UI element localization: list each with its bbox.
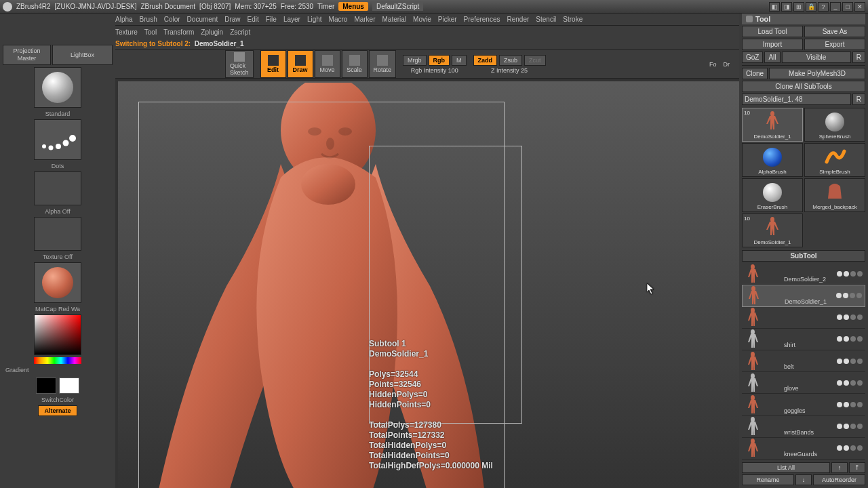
menu-file[interactable]: File (266, 16, 277, 23)
texture-swatch[interactable] (34, 217, 81, 251)
brush-swatch[interactable] (34, 67, 81, 108)
subtool-row[interactable]: glove (742, 372, 865, 394)
menu-preferences[interactable]: Preferences (464, 16, 500, 23)
hue-bar[interactable] (34, 357, 81, 364)
scale-mode-button[interactable]: Scale (342, 50, 368, 78)
menu-transform[interactable]: Transform (163, 28, 194, 36)
menu-color[interactable]: Color (164, 16, 180, 23)
menu-draw[interactable]: Draw (224, 16, 240, 23)
rgb-intensity[interactable]: Rgb Intensity 100 (408, 67, 461, 74)
tool-demosoldier-2[interactable]: 10 DemoSoldier_1 (742, 214, 803, 247)
save-as-button[interactable]: Save As (804, 26, 865, 37)
menu-light[interactable]: Light (307, 16, 322, 23)
tool-panel-header[interactable]: Tool (742, 14, 865, 24)
move-top-icon[interactable]: ⤒ (849, 462, 865, 473)
tool-spherebrush[interactable]: SphereBrush (804, 108, 865, 142)
material-swatch[interactable] (34, 262, 81, 303)
menu-document[interactable]: Document (187, 16, 218, 23)
rgb-button[interactable]: Rgb (429, 55, 450, 66)
autoreorder-button[interactable]: AutoReorder (813, 474, 865, 485)
goz-all-button[interactable]: All (764, 52, 780, 63)
color-picker[interactable] (34, 314, 81, 355)
projection-master-button[interactable]: Projection Master (3, 45, 51, 65)
clone-all-button[interactable]: Clone All SubTools (742, 81, 865, 92)
menu-render[interactable]: Render (507, 16, 530, 23)
zadd-button[interactable]: Zadd (473, 55, 498, 66)
lightbox-button[interactable]: LightBox (52, 45, 113, 65)
subtool-vis-icons[interactable] (837, 359, 863, 364)
menu-layer[interactable]: Layer (283, 16, 300, 23)
menu-marker[interactable]: Marker (354, 16, 375, 23)
rename-button[interactable]: Rename (742, 474, 794, 485)
move-down-icon[interactable]: ↓ (795, 474, 812, 485)
subtool-vis-icons[interactable] (837, 314, 863, 320)
quicksketch-button[interactable]: Quick Sketch (225, 50, 254, 78)
subtool-header[interactable]: SubTool (742, 250, 865, 262)
alpha-swatch[interactable] (34, 171, 81, 205)
export-button[interactable]: Export (804, 39, 865, 50)
subtool-vis-icons[interactable] (837, 402, 863, 407)
subtool-row[interactable]: DemoSoldier_2 (742, 263, 865, 285)
subtool-row[interactable]: shirt (742, 329, 865, 350)
tool-simplebrush[interactable]: SimpleBrush (804, 143, 865, 177)
edit-mode-button[interactable]: Edit (260, 50, 286, 78)
layout-buttons[interactable]: ◧◨⊞🔒?_□✕ (769, 2, 865, 12)
menu-stencil[interactable]: Stencil (536, 16, 556, 23)
draw-mode-button[interactable]: Draw (288, 50, 313, 78)
subtool-row[interactable]: kneeGuards (742, 438, 865, 460)
subtool-row[interactable]: belt (742, 350, 865, 372)
default-zscript[interactable]: DefaultZScript (372, 2, 423, 11)
m-button[interactable]: M (452, 55, 467, 66)
subtool-vis-icons[interactable] (837, 445, 863, 451)
menu-stroke[interactable]: Stroke (563, 16, 583, 23)
rotate-mode-button[interactable]: Rotate (369, 50, 397, 78)
list-all-button[interactable]: List All (742, 462, 830, 473)
subtool-row[interactable]: goggles (742, 394, 865, 415)
mrgb-button[interactable]: Mrgb (403, 55, 427, 66)
make-polymesh-button[interactable]: Make PolyMesh3D (769, 68, 865, 79)
stroke-swatch[interactable] (34, 119, 81, 160)
subtool-vis-icons[interactable] (837, 271, 863, 277)
menus-toggle[interactable]: Menus (338, 2, 368, 11)
current-tool[interactable]: DemoSoldier_1. 48 (742, 94, 851, 105)
menu-texture[interactable]: Texture (115, 28, 138, 36)
menu-zplugin[interactable]: Zplugin (201, 28, 223, 36)
menu-material[interactable]: Material (382, 16, 407, 23)
import-button[interactable]: Import (742, 39, 803, 50)
goz-r-button[interactable]: R (852, 52, 865, 63)
switch-color-swatches[interactable] (36, 378, 79, 394)
move-mode-button[interactable]: Move (315, 50, 340, 78)
drawsize-label[interactable]: Dr (721, 61, 733, 68)
tool-eraserbrush[interactable]: EraserBrush (742, 178, 803, 212)
subtool-vis-icons[interactable] (837, 336, 863, 342)
zsub-button[interactable]: Zsub (499, 55, 522, 66)
menu-macro[interactable]: Macro (329, 16, 348, 23)
tool-alphabrush[interactable]: AlphaBrush (742, 143, 803, 177)
move-up-icon[interactable]: ↑ (831, 462, 848, 473)
alternate-button[interactable]: Alternate (38, 405, 77, 416)
current-tool-r[interactable]: R (852, 94, 865, 105)
z-intensity[interactable]: Z Intensity 25 (488, 67, 530, 74)
zcut-button[interactable]: Zcut (524, 55, 546, 66)
clone-button[interactable]: Clone (742, 68, 768, 79)
menu-picker[interactable]: Picker (438, 16, 457, 23)
menu-tool[interactable]: Tool (144, 28, 157, 36)
menu-movie[interactable]: Movie (413, 16, 431, 23)
load-tool-button[interactable]: Load Tool (742, 26, 803, 37)
tool-merged-backpack[interactable]: Merged_backpack (804, 178, 865, 212)
subtool-vis-icons[interactable] (836, 293, 862, 298)
menu-zscript[interactable]: Zscript (230, 28, 250, 36)
subtool-vis-icons[interactable] (837, 424, 863, 429)
subtool-vis-icons[interactable] (837, 380, 863, 386)
subtool-row[interactable]: wristBands (742, 416, 865, 438)
goz-visible-button[interactable]: Visible (782, 52, 851, 63)
switchcolor-label[interactable]: SwitchColor (3, 396, 113, 403)
tool-demosoldier[interactable]: 10 DemoSoldier_1 (742, 108, 803, 142)
subtool-row[interactable] (742, 307, 865, 329)
subtool-row[interactable]: DemoSoldier_1 (742, 285, 865, 306)
menu-alpha[interactable]: Alpha (115, 16, 133, 23)
menu-brush[interactable]: Brush (140, 16, 157, 23)
goz-button[interactable]: GoZ (742, 52, 763, 63)
panel-pin-icon[interactable] (746, 16, 753, 22)
focal-label[interactable]: Fo (707, 61, 719, 68)
